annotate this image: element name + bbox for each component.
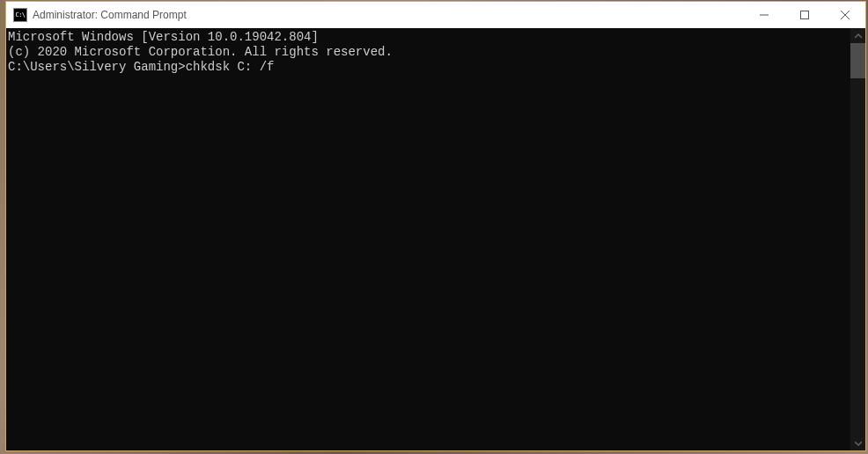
- scrollbar-track[interactable]: [850, 43, 865, 436]
- command-prompt-window: C:\ Administrator: Command Prompt: [5, 1, 866, 451]
- chevron-down-icon: [855, 440, 862, 447]
- minimize-button[interactable]: [744, 2, 784, 28]
- svg-rect-1: [801, 11, 809, 19]
- terminal-area: Microsoft Windows [Version 10.0.19042.80…: [6, 28, 865, 450]
- terminal-prompt-line: C:\Users\Silvery Gaming>chkdsk C: /f: [8, 60, 850, 75]
- close-icon: [841, 11, 850, 19]
- window-controls: [744, 2, 865, 28]
- maximize-button[interactable]: [784, 2, 825, 28]
- terminal-content[interactable]: Microsoft Windows [Version 10.0.19042.80…: [6, 28, 850, 450]
- close-button[interactable]: [825, 2, 865, 28]
- maximize-icon: [800, 11, 809, 19]
- app-icon: C:\: [13, 8, 27, 22]
- terminal-output-line: (c) 2020 Microsoft Corporation. All righ…: [8, 45, 850, 60]
- scrollbar-thumb[interactable]: [850, 43, 865, 78]
- terminal-command: chkdsk C: /f: [186, 60, 275, 75]
- chevron-up-icon: [855, 33, 862, 40]
- window-title: Administrator: Command Prompt: [33, 9, 744, 21]
- scrollbar-up-button[interactable]: [850, 28, 865, 43]
- app-icon-label: C:\: [15, 12, 25, 18]
- terminal-output-line: Microsoft Windows [Version 10.0.19042.80…: [8, 30, 850, 45]
- vertical-scrollbar[interactable]: [850, 28, 865, 450]
- titlebar[interactable]: C:\ Administrator: Command Prompt: [6, 2, 865, 28]
- terminal-prompt: C:\Users\Silvery Gaming>: [8, 60, 186, 75]
- scrollbar-down-button[interactable]: [850, 436, 865, 450]
- minimize-icon: [760, 11, 769, 19]
